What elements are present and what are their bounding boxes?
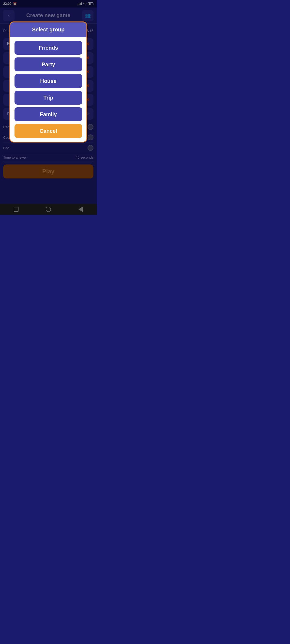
modal-header: Select group	[10, 22, 86, 37]
cancel-button[interactable]: Cancel	[15, 124, 82, 138]
group-party-button[interactable]: Party	[15, 57, 82, 71]
modal-body: Friends Party House Trip Family Cancel	[10, 37, 86, 142]
group-house-button[interactable]: House	[15, 74, 82, 88]
group-friends-button[interactable]: Friends	[15, 41, 82, 55]
modal-title: Select group	[15, 27, 82, 33]
select-group-modal: Select group Friends Party House Trip Fa…	[9, 21, 87, 142]
group-trip-button[interactable]: Trip	[15, 91, 82, 105]
group-family-button[interactable]: Family	[15, 107, 82, 121]
